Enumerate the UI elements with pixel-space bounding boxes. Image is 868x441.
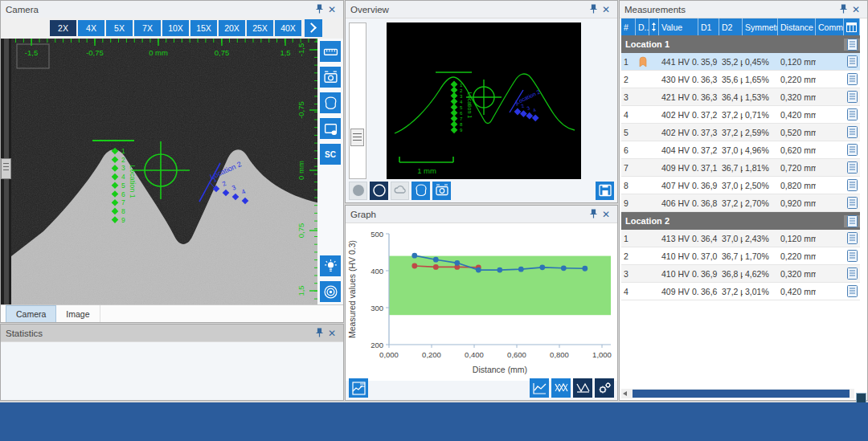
row-comment-button[interactable] [844, 177, 860, 194]
mag-button-5x[interactable]: 5X [106, 20, 133, 36]
svg-text:7: 7 [121, 198, 125, 206]
row-comment-button[interactable] [844, 194, 860, 211]
close-icon[interactable]: ✕ [850, 3, 862, 16]
gears-icon [597, 381, 612, 396]
measurement-row[interactable]: 2410 HV 0.337,0 µ36,7 µ1,70%0,220 mm [621, 247, 860, 265]
row-comment-button[interactable] [844, 106, 860, 123]
row-comment-button[interactable] [844, 247, 860, 264]
area-chart-button[interactable] [573, 378, 592, 398]
camera-panel-title: Camera [6, 5, 313, 14]
pin-icon[interactable] [313, 327, 326, 340]
ruler-tool-button[interactable] [320, 41, 341, 62]
mag-button-2x[interactable]: 2X [50, 20, 76, 36]
circle-outline-button[interactable] [370, 182, 388, 200]
capture-camera-button[interactable] [320, 67, 341, 88]
scroll-left-icon[interactable] [623, 391, 627, 396]
save-view-button[interactable] [596, 182, 614, 200]
column-header[interactable]: D1 [698, 18, 719, 35]
region-capture-button[interactable] [320, 118, 341, 139]
overview-zoom-slider[interactable] [349, 22, 366, 179]
measurement-row[interactable]: 3410 HV 0.336,9 µ36,8 µ4,62%0,320 mm [621, 265, 860, 283]
measurement-row[interactable]: 6404 HV 0.337,2 µ37,0 µ4,96%0,620 mm [621, 141, 860, 159]
graph-settings-button[interactable] [595, 378, 614, 398]
column-header[interactable]: Symmetry [743, 18, 778, 35]
svg-text:-1,5: -1,5 [25, 48, 38, 57]
row-comment-button[interactable] [844, 88, 860, 105]
contour-tool-button[interactable] [320, 92, 341, 113]
mag-button-7x[interactable]: 7X [134, 20, 161, 36]
close-icon[interactable]: ✕ [326, 3, 338, 16]
circle-filled-button[interactable] [349, 182, 367, 200]
surface-check-button[interactable]: SC [320, 144, 341, 165]
mag-button-10x[interactable]: 10X [162, 20, 189, 36]
horizontal-scrollbar[interactable] [621, 389, 854, 398]
measurement-row[interactable]: 9406 HV 0.336,8 µ37,2 µ2,70%0,920 mm [621, 194, 860, 212]
measurement-row[interactable]: 2430 HV 0.336,3 µ35,6 µ1,65%0,220 mm [621, 71, 860, 88]
group-comment-button[interactable] [844, 215, 860, 227]
pin-icon[interactable] [587, 3, 600, 16]
column-header[interactable]: D2 [719, 18, 743, 35]
chart-table-icon [351, 381, 366, 396]
tab-image[interactable]: Image [56, 305, 100, 322]
column-header[interactable] [844, 18, 860, 35]
illumination-button[interactable] [320, 255, 341, 276]
magnification-more-button[interactable] [305, 19, 322, 37]
mag-button-15x[interactable]: 15X [190, 20, 217, 36]
measurement-row[interactable]: 8407 HV 0.336,9 µ37,0 µ2,50%0,820 mm [621, 177, 860, 194]
cell-symmetry: 1,70% [743, 247, 778, 264]
row-comment-button[interactable] [844, 159, 860, 176]
measurement-row[interactable]: 1441 HV 0.335,9 µ35,2 µ0,45%0,120 mm [621, 53, 860, 71]
cell-symmetry: 4,96% [743, 141, 778, 158]
row-comment-button[interactable] [844, 283, 860, 300]
overview-map[interactable]: 123456789Location 11234Location 21 mm [387, 22, 581, 179]
measurement-row[interactable]: 7409 HV 0.337,1 µ36,7 µ1,81%0,720 mm [621, 159, 860, 177]
cell-d2: 36,7 µ [719, 159, 743, 176]
row-comment-button[interactable] [844, 141, 860, 158]
contour-shape-button[interactable] [411, 182, 430, 200]
row-comment-button[interactable] [844, 230, 860, 247]
measurement-row[interactable]: 4409 HV 0.336,6 µ37,2 µ3,01%0,420 mm [621, 283, 860, 300]
measurement-row[interactable]: 3421 HV 0.336,3 µ36,4 µ1,53%0,320 mm [621, 88, 860, 106]
tab-camera[interactable]: Camera [6, 305, 56, 322]
overview-slider-handle[interactable] [350, 129, 364, 146]
column-header[interactable]: Value [659, 18, 698, 35]
overview-capture-button[interactable] [432, 182, 451, 200]
pin-icon[interactable] [313, 3, 326, 16]
graph-layout-button[interactable] [349, 378, 368, 398]
autofocus-button[interactable] [320, 281, 341, 302]
column-header[interactable]: Comme. [816, 18, 844, 35]
multi-chart-button[interactable] [551, 378, 571, 398]
pin-icon[interactable] [837, 3, 850, 16]
row-comment-button[interactable] [844, 53, 860, 70]
group-row[interactable]: Location 2 [621, 212, 860, 230]
close-icon[interactable]: ✕ [326, 327, 338, 340]
pin-icon[interactable] [587, 208, 600, 221]
line-chart-button[interactable] [530, 378, 549, 398]
row-comment-button[interactable] [844, 71, 860, 88]
svg-text:0,75: 0,75 [215, 48, 230, 57]
mag-button-20x[interactable]: 20X [219, 20, 245, 36]
close-icon[interactable]: ✕ [600, 208, 612, 221]
row-comment-button[interactable] [844, 265, 860, 282]
comment-icon [847, 232, 858, 244]
column-header[interactable]: # [621, 18, 636, 35]
column-header[interactable]: D... [636, 18, 649, 35]
scrollbar-thumb[interactable] [633, 390, 850, 398]
group-comment-button[interactable] [844, 39, 860, 51]
measurement-row[interactable]: 5402 HV 0.337,3 µ37,2 µ2,59%0,520 mm [621, 124, 860, 141]
row-comment-button[interactable] [844, 124, 860, 141]
measurement-row[interactable]: 1413 HV 0.336,4 µ37,0 µ2,43%0,120 mm [621, 230, 860, 247]
mag-button-40x[interactable]: 40X [275, 20, 301, 36]
camera-slider-handle[interactable] [1, 158, 11, 179]
cloud-shape-button[interactable] [391, 182, 409, 200]
column-header[interactable] [649, 18, 659, 35]
mag-button-4x[interactable]: 4X [78, 20, 104, 36]
close-icon[interactable]: ✕ [600, 3, 612, 16]
camera-live-view[interactable]: -1,5-0,750 mm0,751,5-1,5-0,750 mm0,751,5… [11, 39, 319, 307]
group-row[interactable]: Location 1 [621, 35, 860, 53]
camera-stage[interactable]: -1,5-0,750 mm0,751,5-1,5-0,750 mm0,751,5… [1, 39, 319, 307]
graph-panel-header: Graph ✕ [346, 206, 617, 223]
column-header[interactable]: Distance [778, 18, 816, 35]
mag-button-25x[interactable]: 25X [247, 20, 273, 36]
measurement-row[interactable]: 4402 HV 0.337,2 µ37,2 µ0,71%0,420 mm [621, 106, 860, 124]
